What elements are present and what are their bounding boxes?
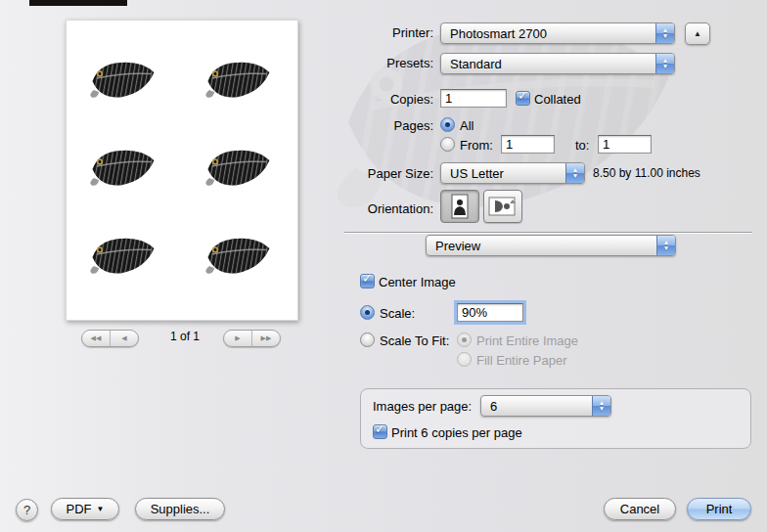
- checkmark-icon: ✓: [374, 421, 386, 436]
- supplies-button[interactable]: Supplies...: [135, 498, 225, 520]
- pane-selector-value: Preview: [435, 239, 675, 253]
- previous-page-button[interactable]: ◀: [110, 331, 138, 346]
- printer-select[interactable]: Photosmart 2700 ▲▼: [440, 22, 675, 44]
- orientation-label: Orientation:: [293, 201, 433, 216]
- preview-fish-image: [86, 146, 160, 193]
- cancel-label: Cancel: [620, 502, 659, 516]
- first-page-icon: ◀◀: [91, 334, 102, 342]
- help-icon: ?: [23, 503, 30, 517]
- print-label: Print: [706, 502, 733, 516]
- next-page-button[interactable]: ▶: [224, 331, 251, 346]
- pane-selector[interactable]: Preview ▲▼: [426, 235, 676, 256]
- paper-size-value: US Letter: [450, 166, 584, 181]
- help-button[interactable]: ?: [16, 499, 38, 521]
- scale-label: Scale:: [380, 306, 415, 321]
- last-page-icon: ▶▶: [261, 334, 272, 342]
- pages-from-label: From:: [460, 138, 493, 153]
- popup-arrows-icon: ▲▼: [655, 54, 674, 73]
- pages-all-label: All: [460, 118, 474, 133]
- orientation-portrait-button[interactable]: [440, 190, 479, 223]
- supplies-label: Supplies...: [151, 502, 210, 516]
- preview-nav-forward-group: ▶ ▶▶: [223, 330, 281, 347]
- fill-entire-paper-radio[interactable]: [457, 352, 472, 367]
- collated-label: Collated: [534, 92, 581, 107]
- printer-value: Photosmart 2700: [450, 26, 674, 41]
- print-preview-page: [66, 20, 298, 321]
- previous-page-icon: ◀: [121, 334, 126, 342]
- images-per-page-panel: Images per page: 6 ▲▼ ✓ Print 6 copies p…: [360, 388, 751, 449]
- pages-label: Pages:: [293, 118, 433, 133]
- portrait-icon: [449, 194, 471, 219]
- last-page-button[interactable]: ▶▶: [251, 331, 280, 346]
- popup-arrows-icon: ▲▼: [656, 236, 675, 255]
- print-button[interactable]: Print: [687, 498, 751, 520]
- section-divider: [344, 232, 752, 234]
- chevron-down-icon: ▼: [97, 505, 105, 513]
- presets-value: Standard: [450, 57, 674, 71]
- pages-to-label: to:: [575, 138, 589, 153]
- print-copies-label: Print 6 copies per page: [391, 425, 522, 440]
- checkmark-icon: ✓: [517, 88, 529, 103]
- presets-select[interactable]: Standard ▲▼: [440, 53, 675, 74]
- popup-arrows-icon: ▲▼: [655, 23, 674, 43]
- pages-from-input[interactable]: [501, 135, 555, 154]
- popup-arrows-icon: ▲▼: [592, 396, 610, 416]
- scale-to-fit-radio[interactable]: [360, 332, 375, 347]
- printer-expand-button[interactable]: ▲: [685, 22, 710, 45]
- preview-fish-image: [86, 234, 160, 281]
- collated-checkbox[interactable]: ✓: [516, 91, 530, 106]
- pages-to-input[interactable]: [598, 135, 652, 154]
- images-per-page-select[interactable]: 6 ▲▼: [480, 395, 611, 417]
- cancel-button[interactable]: Cancel: [604, 498, 676, 520]
- popup-arrows-icon: ▲▼: [565, 163, 584, 183]
- landscape-icon: [488, 195, 518, 218]
- background-window-edge: [29, 0, 127, 6]
- scale-input[interactable]: [457, 303, 523, 322]
- images-per-page-label: Images per page:: [373, 399, 472, 414]
- paper-size-detail: 8.50 by 11.00 inches: [593, 166, 700, 180]
- preview-fish-image: [86, 58, 160, 105]
- center-image-label: Center Image: [379, 275, 456, 289]
- paper-size-label: Paper Size:: [293, 166, 433, 181]
- pages-all-radio[interactable]: [440, 117, 455, 132]
- fill-entire-paper-label: Fill Entire Paper: [476, 353, 566, 368]
- scale-to-fit-label: Scale To Fit:: [380, 333, 449, 348]
- preview-fish-image: [202, 146, 276, 193]
- page-indicator: 1 of 1: [153, 330, 217, 343]
- copies-label: Copies:: [293, 92, 433, 107]
- pdf-menu-button[interactable]: PDF ▼: [51, 498, 119, 520]
- center-image-checkbox[interactable]: ✓: [360, 274, 375, 288]
- orientation-landscape-button[interactable]: [483, 190, 522, 223]
- scale-radio[interactable]: [360, 305, 375, 320]
- checkmark-icon: ✓: [361, 271, 374, 286]
- preview-nav-back-group: ◀◀ ◀: [81, 330, 139, 347]
- first-page-button[interactable]: ◀◀: [82, 331, 110, 346]
- printer-label: Printer:: [293, 25, 433, 40]
- copies-input[interactable]: [440, 89, 507, 108]
- pages-from-radio[interactable]: [440, 137, 455, 152]
- print-copies-checkbox[interactable]: ✓: [373, 424, 387, 439]
- print-entire-image-label: Print Entire Image: [476, 333, 578, 348]
- pdf-label: PDF: [67, 502, 92, 516]
- next-page-icon: ▶: [235, 334, 240, 342]
- presets-label: Presets:: [293, 56, 433, 70]
- preview-fish-image: [202, 234, 276, 281]
- print-dialog: ◀◀ ◀ 1 of 1 ▶ ▶▶ Printer: Photosmart 270…: [0, 0, 767, 532]
- up-arrow-icon: ▲: [694, 29, 701, 38]
- preview-fish-image: [202, 58, 276, 105]
- paper-size-select[interactable]: US Letter ▲▼: [440, 162, 585, 184]
- print-entire-image-radio[interactable]: [457, 332, 472, 347]
